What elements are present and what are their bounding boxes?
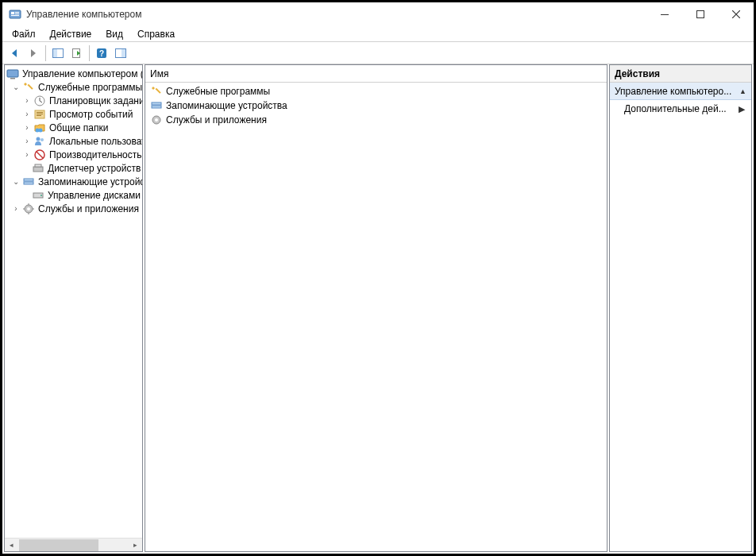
show-action-pane-button[interactable] bbox=[112, 44, 129, 62]
chevron-right-icon: ▶ bbox=[739, 104, 745, 114]
tools-icon bbox=[22, 81, 35, 94]
toolbar-separator bbox=[45, 45, 46, 61]
list-item-storage[interactable]: Запоминающие устройства bbox=[148, 98, 604, 113]
tree-shared-folders[interactable]: › Общие папки bbox=[5, 121, 142, 134]
svg-rect-27 bbox=[33, 167, 43, 172]
list-item-system-tools[interactable]: Служебные программы bbox=[148, 84, 604, 98]
tree-task-scheduler[interactable]: › Планировщик заданий bbox=[5, 94, 142, 107]
svg-rect-6 bbox=[696, 11, 704, 18]
tree-pane: Управление компьютером (л ⌄ bbox=[4, 64, 143, 552]
action-pane-title: Действия bbox=[610, 65, 751, 83]
close-button[interactable] bbox=[718, 2, 754, 26]
svg-point-24 bbox=[37, 137, 40, 141]
svg-rect-29 bbox=[24, 179, 33, 181]
window-title: Управление компьютером bbox=[26, 9, 141, 20]
back-button[interactable] bbox=[6, 44, 23, 62]
expand-icon[interactable]: › bbox=[22, 96, 32, 106]
device-icon bbox=[32, 162, 44, 175]
tree-root-computer-management[interactable]: Управление компьютером (л bbox=[5, 67, 142, 80]
scroll-thumb[interactable] bbox=[19, 539, 98, 551]
nav-tree: Управление компьютером (л ⌄ bbox=[5, 65, 142, 538]
expand-icon[interactable]: › bbox=[22, 110, 32, 119]
expand-icon[interactable]: › bbox=[22, 150, 32, 160]
shared-folder-icon bbox=[33, 122, 46, 134]
export-button[interactable] bbox=[68, 44, 86, 62]
list-column-header-name[interactable]: Имя bbox=[145, 65, 607, 83]
scroll-track[interactable] bbox=[18, 539, 129, 552]
list-pane: Имя Служебные программы Запоминающие уст… bbox=[145, 64, 608, 552]
disk-icon bbox=[32, 189, 44, 202]
tree-system-tools[interactable]: ⌄ Служебные программы bbox=[5, 80, 142, 94]
help-button[interactable]: ? bbox=[93, 44, 110, 62]
tree-event-viewer[interactable]: › Просмотр событий bbox=[5, 107, 142, 121]
tree-disk-management[interactable]: Управление дисками bbox=[5, 188, 142, 202]
menu-action[interactable]: Действие bbox=[44, 27, 98, 41]
expand-icon[interactable]: › bbox=[11, 204, 21, 214]
event-log-icon bbox=[33, 108, 46, 121]
forward-button[interactable] bbox=[25, 44, 42, 62]
list-body: Служебные программы Запоминающие устройс… bbox=[145, 83, 607, 551]
scroll-right-arrow[interactable]: ▸ bbox=[129, 539, 142, 552]
toolbar-separator bbox=[89, 45, 90, 61]
action-context-header[interactable]: Управление компьютеро... ▲ bbox=[610, 83, 751, 100]
menu-view[interactable]: Вид bbox=[99, 27, 129, 41]
svg-rect-21 bbox=[37, 115, 41, 116]
toolbar: ? bbox=[2, 42, 754, 64]
svg-rect-37 bbox=[152, 106, 161, 108]
action-link-label: Дополнительные дей... bbox=[624, 103, 727, 114]
list-item-services[interactable]: Службы и приложения bbox=[148, 113, 604, 127]
svg-rect-1 bbox=[11, 12, 14, 14]
users-icon bbox=[33, 135, 46, 148]
tree-hscrollbar[interactable]: ◂ ▸ bbox=[5, 538, 142, 551]
scroll-left-arrow[interactable]: ◂ bbox=[5, 539, 18, 552]
maximize-button[interactable] bbox=[682, 2, 718, 26]
minimize-button[interactable] bbox=[646, 2, 682, 26]
action-more-actions[interactable]: Дополнительные дей... ▶ bbox=[610, 100, 751, 118]
action-context-label: Управление компьютеро... bbox=[615, 86, 731, 97]
tools-icon bbox=[150, 85, 163, 98]
expand-icon[interactable]: › bbox=[22, 137, 32, 146]
performance-icon bbox=[33, 149, 46, 161]
svg-point-34 bbox=[27, 207, 30, 210]
show-hide-tree-button[interactable] bbox=[49, 44, 67, 62]
menubar: Файл Действие Вид Справка bbox=[2, 26, 754, 42]
svg-rect-30 bbox=[24, 182, 33, 184]
svg-rect-3 bbox=[15, 14, 19, 14]
tree-device-manager[interactable]: Диспетчер устройств bbox=[5, 161, 142, 175]
svg-rect-36 bbox=[152, 102, 161, 105]
app-icon bbox=[9, 8, 21, 21]
svg-point-23 bbox=[39, 128, 43, 132]
tree-storage[interactable]: ⌄ Запоминающие устройст bbox=[5, 175, 142, 188]
collapse-icon[interactable]: ⌄ bbox=[11, 177, 21, 187]
titlebar: Управление компьютером bbox=[2, 2, 754, 26]
svg-rect-28 bbox=[35, 164, 41, 167]
collapse-icon[interactable]: ⌄ bbox=[11, 83, 21, 92]
action-pane: Действия Управление компьютеро... ▲ Допо… bbox=[609, 64, 752, 552]
svg-rect-14 bbox=[7, 70, 18, 77]
svg-rect-13 bbox=[122, 49, 125, 57]
storage-icon bbox=[150, 99, 163, 112]
collapse-triangle-icon: ▲ bbox=[739, 87, 746, 95]
svg-rect-4 bbox=[11, 15, 19, 16]
services-icon bbox=[150, 114, 163, 126]
list-item-label: Службы и приложения bbox=[166, 114, 267, 125]
clock-icon bbox=[33, 95, 46, 107]
menu-file[interactable]: Файл bbox=[6, 27, 42, 41]
mmc-window: Управление компьютером Файл Действие Вид… bbox=[2, 2, 754, 554]
svg-rect-20 bbox=[37, 114, 43, 114]
list-item-label: Запоминающие устройства bbox=[166, 100, 287, 111]
svg-rect-15 bbox=[10, 78, 15, 79]
services-icon bbox=[22, 203, 35, 215]
svg-point-39 bbox=[155, 118, 158, 122]
menu-help[interactable]: Справка bbox=[131, 27, 181, 41]
svg-point-25 bbox=[40, 138, 44, 141]
computer-icon bbox=[6, 68, 19, 80]
svg-text:?: ? bbox=[99, 49, 104, 58]
tree-performance[interactable]: › Производительность bbox=[5, 148, 142, 161]
content-area: Управление компьютером (л ⌄ bbox=[2, 64, 754, 554]
svg-rect-8 bbox=[53, 49, 57, 57]
tree-services-apps[interactable]: › Службы и приложения bbox=[5, 202, 142, 215]
window-controls bbox=[646, 2, 754, 26]
expand-icon[interactable]: › bbox=[22, 123, 32, 133]
tree-local-users[interactable]: › Локальные пользовате bbox=[5, 134, 142, 148]
